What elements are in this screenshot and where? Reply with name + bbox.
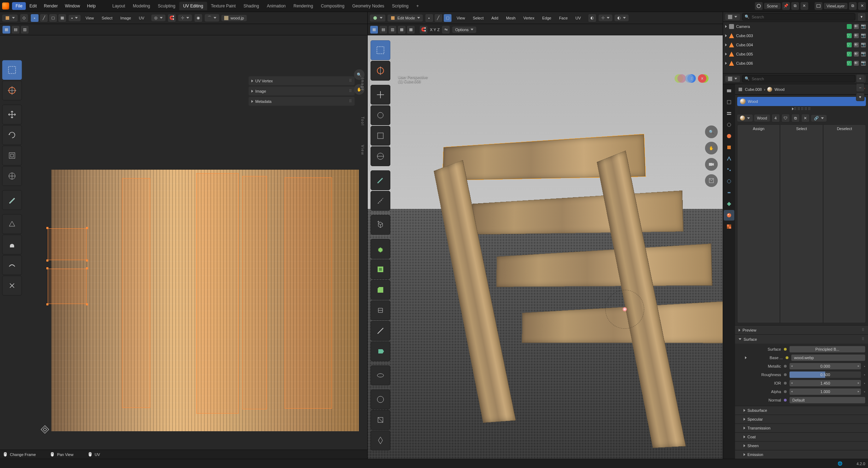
roughness-value[interactable]: 0.500 [790,372,861,378]
tab-viewlayer[interactable] [724,108,734,119]
surface-shader-value[interactable]: Principled B... [790,346,865,352]
tool-edge-slide[interactable] [371,410,390,430]
uv-menu-view[interactable]: View [83,14,97,22]
panel-sheen[interactable]: Sheen [735,441,868,450]
eye-icon[interactable]: 👁 [854,52,859,57]
tool-inset[interactable] [371,259,390,279]
mesh-data-icon[interactable]: ▽ [847,61,852,66]
uv-sidebar-tab-tool[interactable]: Tool [361,117,365,126]
vp-menu-face[interactable]: Face [556,14,570,22]
overlay-toggle-4-icon[interactable]: ▦ [397,25,406,34]
node-socket-icon[interactable] [784,399,787,402]
uv-select-face-icon[interactable]: ▢ [49,14,57,22]
snap-dropdown[interactable]: ⊹ [178,14,192,21]
display-channel-3-icon[interactable]: ▥ [21,25,29,34]
tab-world[interactable] [724,131,734,141]
panel-specular[interactable]: Specular [735,415,868,423]
filter-icon[interactable]: ▾ [857,13,866,21]
orientation-dropdown[interactable]: ⊹ [599,14,612,21]
material-slot[interactable]: Wood [737,97,866,106]
menu-edit[interactable]: Edit [26,2,40,10]
panel-coat[interactable]: Coat [735,433,868,441]
tool-scale-3d[interactable] [371,126,390,146]
uv-canvas[interactable]: UV Vertex ⠿ Image ⠿ Metadata ⠿ 🔍 ✋ Im [0,35,367,450]
tool-annotate[interactable] [2,190,22,210]
uv-island[interactable] [285,177,332,409]
uv-menu-uv[interactable]: UV [136,14,147,22]
menu-render[interactable]: Render [40,2,61,10]
scene-name[interactable]: Scene [764,3,781,9]
axis-x-label[interactable]: X [430,28,432,32]
tab-mesh-data[interactable] [724,199,734,209]
tool-measure[interactable] [371,191,390,211]
properties-search-input[interactable]: 🔍 Search [742,75,855,82]
uv-select-island-icon[interactable]: ▦ [58,14,66,22]
falloff-dropdown[interactable]: ⌒ [205,14,219,22]
pan-icon[interactable]: ✋ [705,142,718,154]
node-socket-icon[interactable] [784,382,787,385]
outliner-item-cube005[interactable]: Cube.005 ▽👁📷 [723,49,868,59]
tab-scripting[interactable]: Scripting [388,2,413,10]
panel-surface[interactable]: Surface⠿ [735,335,868,344]
tab-uv-editing[interactable]: UV Editing [179,2,207,10]
tab-texture-paint[interactable]: Texture Paint [207,2,240,10]
tab-layout[interactable]: Layout [109,2,129,10]
camera-view-icon[interactable] [705,158,718,171]
overlay-toggle-1-icon[interactable]: ▦ [370,25,378,34]
tool-select-box-3d[interactable] [371,40,390,60]
select-mode-vert-icon[interactable]: ▪ [425,14,433,22]
tool-knife[interactable] [371,321,390,341]
deselect-button[interactable]: Deselect [823,124,866,323]
uv-island[interactable] [122,178,150,408]
uv-select-edge-icon[interactable]: ╱ [40,14,48,22]
tool-cursor-3d[interactable] [371,61,390,81]
axis-y-label[interactable]: Y [433,28,436,32]
outliner-item-cube004[interactable]: Cube.004 ▽👁📷 [723,40,868,49]
vp-menu-view[interactable]: View [454,14,468,22]
overlay-toggle-3-icon[interactable]: ▥ [388,25,397,34]
material-browse[interactable] [737,115,753,122]
mesh-data-icon[interactable]: ▽ [847,42,852,47]
options-dropdown[interactable]: Options [452,27,476,33]
metallic-value[interactable]: 0.000 [790,363,861,369]
uv-select-vert-icon[interactable]: ▪ [30,14,39,22]
tab-scene[interactable] [724,119,734,130]
uv-menu-select[interactable]: Select [99,14,116,22]
fake-user-icon[interactable]: 🛡 [781,114,790,122]
uv-sidebar-tab-image[interactable]: Image [361,78,365,91]
menu-window[interactable]: Window [61,2,83,10]
render-icon[interactable]: 📷 [861,61,866,66]
outliner-type-dropdown[interactable] [725,14,740,20]
mesh-data-icon[interactable]: ▽ [847,52,852,57]
tab-modeling[interactable]: Modeling [129,2,154,10]
tool-grab[interactable] [2,235,22,255]
properties-type-dropdown[interactable] [725,76,740,82]
viewlayer-name[interactable]: ViewLayer [824,3,847,9]
tool-shrink[interactable] [371,431,390,450]
tool-relax[interactable] [2,255,22,275]
tool-add-cube[interactable]: + [371,215,390,235]
eye-icon[interactable]: 👁 [854,42,859,47]
node-socket-icon[interactable] [784,365,787,368]
mode-dropdown[interactable]: Edit Mode [388,14,423,22]
tool-rotate-3d[interactable] [371,105,390,125]
render-icon[interactable]: 📷 [861,42,866,47]
select-mode-edge-icon[interactable]: ╱ [434,14,443,22]
pin-icon[interactable]: 📌 [782,2,790,10]
node-socket-icon[interactable] [784,373,787,376]
node-socket-icon[interactable] [784,348,787,351]
perspective-toggle-icon[interactable] [705,174,718,187]
material-slot-menu-icon[interactable]: ▾ [856,93,864,101]
menu-help[interactable]: Help [83,2,99,10]
tool-poly-build[interactable] [371,341,390,361]
magnet-icon[interactable]: 🧲 [419,25,428,34]
mirror-icon[interactable]: ⇋ [442,25,450,34]
tab-texture[interactable] [724,221,734,232]
node-socket-icon[interactable] [786,356,788,359]
tool-smooth[interactable] [371,390,390,409]
tab-object[interactable] [724,142,734,153]
assign-button[interactable]: Assign [737,124,780,323]
outliner-item-cube006[interactable]: Cube.006 ▽👁📷 [723,59,868,68]
render-icon[interactable]: 📷 [861,33,866,38]
tool-rotate[interactable] [2,125,22,145]
